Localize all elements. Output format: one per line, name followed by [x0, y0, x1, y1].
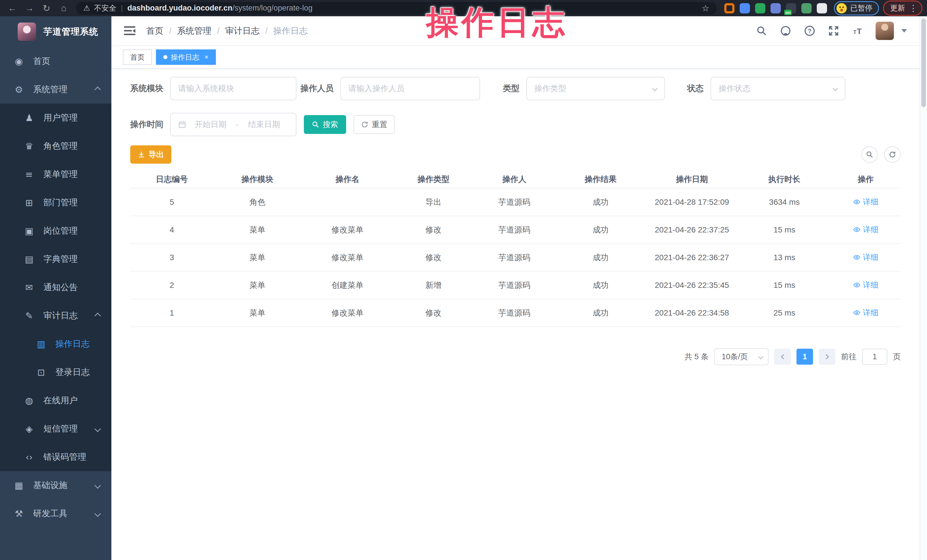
home-icon[interactable]: ⌂ [56, 3, 71, 14]
extension-badge: on [784, 10, 792, 15]
table-cell: 5 [130, 188, 213, 216]
table-cell-actions: 详细 [830, 188, 901, 216]
detail-link-label: 详细 [863, 252, 878, 263]
extension-orange-ring-icon[interactable] [724, 3, 734, 14]
detail-link[interactable]: 详细 [853, 197, 878, 207]
table-cell: 成功 [555, 271, 646, 299]
refresh-table-button[interactable] [884, 146, 901, 163]
export-button[interactable]: 导出 [130, 145, 171, 164]
sidebar-item-label: 登录日志 [55, 366, 90, 378]
start-date-placeholder[interactable]: 开始日期 [186, 119, 235, 130]
chevron-up-icon [94, 86, 101, 93]
chevron-down-icon [94, 510, 101, 517]
sidebar-item-dictionary[interactable]: ▤字典管理 [0, 245, 111, 273]
page-size-select[interactable]: 10条/页 [714, 348, 769, 365]
extension-blue-gem-icon[interactable] [770, 3, 781, 14]
system-module-label: 系统模块 [130, 83, 163, 94]
profile-paused-pill[interactable]: 已暂停 [834, 1, 879, 15]
toggle-search-button[interactable] [861, 146, 878, 163]
close-icon[interactable]: × [205, 53, 208, 61]
sidebar-item-roles[interactable]: ♛角色管理 [0, 132, 111, 160]
avatar[interactable] [875, 22, 894, 40]
extension-green-leaf-icon[interactable] [801, 3, 812, 14]
table-cell: 成功 [555, 188, 646, 216]
forward-icon[interactable]: → [22, 3, 37, 14]
browser-menu-icon[interactable]: ⋮ [909, 3, 918, 13]
extension-dark-db-icon[interactable]: on [786, 3, 796, 14]
breadcrumb-separator: / [265, 26, 267, 36]
sidebar-item-org-tree[interactable]: ⊞部门管理 [0, 188, 111, 217]
detail-link[interactable]: 详细 [853, 308, 878, 318]
sidebar-item-infrastructure[interactable]: ▦基础设施 [0, 471, 111, 499]
browser-scrollbar[interactable] [919, 16, 927, 560]
sidebar-item-sms-shield[interactable]: ◈短信管理 [0, 415, 111, 443]
table-cell: 菜单 [213, 299, 301, 327]
fullscreen-icon[interactable] [828, 25, 840, 37]
help-icon[interactable]: ? [804, 25, 816, 37]
github-icon[interactable] [780, 25, 792, 37]
reset-button[interactable]: 重置 [354, 115, 395, 134]
address-bar[interactable]: ⚠ 不安全 | dashboard.yudao.iocoder.cn /syst… [76, 2, 717, 15]
system-module-input[interactable] [170, 77, 296, 100]
sidebar-item-label: 岗位管理 [43, 225, 78, 237]
search-icon[interactable] [756, 25, 767, 37]
font-size-icon[interactable]: TT [852, 25, 863, 37]
back-icon[interactable]: ← [5, 3, 20, 14]
online-users-icon: ◍ [23, 395, 35, 406]
chevron-down-icon[interactable] [901, 29, 907, 33]
sidebar-item-dashboard[interactable]: ◉首页 [0, 47, 111, 75]
prev-page-button[interactable] [774, 349, 791, 365]
current-page-button[interactable]: 1 [796, 349, 813, 365]
sidebar-logo-row[interactable]: 芋道管理系统 [0, 16, 111, 47]
sidebar-item-login-log[interactable]: ⊡登录日志 [0, 358, 111, 386]
goto-page-input[interactable] [862, 349, 887, 365]
tab-dot [163, 55, 167, 59]
next-page-button[interactable] [819, 349, 835, 365]
tab-home[interactable]: 首页 [123, 49, 152, 65]
end-date-placeholder[interactable]: 结束日期 [240, 119, 289, 130]
tab-operate-log[interactable]: 操作日志 × [156, 49, 216, 65]
hamburger-icon[interactable] [124, 26, 135, 36]
type-select[interactable]: 操作类型 [526, 77, 665, 100]
sidebar-item-menu-list[interactable]: ≡菜单管理 [0, 160, 111, 188]
detail-link[interactable]: 详细 [853, 252, 878, 263]
operator-input[interactable] [340, 77, 480, 100]
refresh-icon [361, 121, 368, 128]
detail-link[interactable]: 详细 [853, 225, 878, 235]
sidebar-item-online-users[interactable]: ◍在线用户 [0, 386, 111, 415]
sidebar-item-user[interactable]: ♟用户管理 [0, 104, 111, 132]
security-label[interactable]: 不安全 [94, 3, 116, 13]
sidebar-item-operate-log[interactable]: ▥操作日志 [0, 330, 111, 358]
extension-white-puzzle-icon[interactable] [817, 3, 827, 14]
extension-green-v-icon[interactable] [755, 3, 765, 14]
column-header: 操作人 [473, 170, 556, 188]
download-icon [138, 151, 145, 158]
date-range-picker[interactable]: 开始日期 - 结束日期 [170, 113, 296, 136]
table-cell: 芋道源码 [473, 216, 556, 244]
sidebar-item-badge[interactable]: ▣岗位管理 [0, 217, 111, 245]
eye-icon [853, 281, 860, 289]
sidebar-item-dev-tools[interactable]: ⚒研发工具 [0, 499, 111, 528]
breadcrumb-item[interactable]: 首页 [146, 25, 163, 37]
table-header-row: 日志编号操作模块操作名操作类型操作人操作结果操作日期执行时长操作 [130, 170, 901, 188]
reload-icon[interactable]: ↻ [39, 3, 54, 14]
scrollbar-thumb[interactable] [921, 18, 926, 107]
table-cell: 新增 [394, 271, 473, 299]
detail-link[interactable]: 详细 [853, 280, 878, 290]
browser-update-button[interactable]: 更新 ⋮ [883, 1, 922, 16]
column-header: 操作类型 [394, 170, 473, 188]
bookmark-star-icon[interactable]: ☆ [702, 3, 710, 13]
sidebar-item-audit-edit[interactable]: ✎审计日志 [0, 302, 111, 330]
search-button[interactable]: 搜索 [304, 115, 346, 134]
chevron-right-icon [824, 354, 829, 359]
detail-link-label: 详细 [863, 225, 878, 235]
sidebar-item-error-code[interactable]: ‹›错误码管理 [0, 443, 111, 471]
status-select[interactable]: 操作状态 [711, 77, 845, 100]
sidebar-item-label: 研发工具 [33, 508, 67, 519]
breadcrumb-item[interactable]: 系统管理 [177, 25, 211, 37]
extension-blue-pin-icon[interactable] [740, 3, 750, 14]
breadcrumb-item[interactable]: 审计日志 [225, 25, 260, 37]
sidebar-item-announcement[interactable]: ✉通知公告 [0, 273, 111, 302]
sidebar-item-gear[interactable]: ⚙系统管理 [0, 75, 111, 104]
chevron-down-icon [758, 354, 764, 360]
